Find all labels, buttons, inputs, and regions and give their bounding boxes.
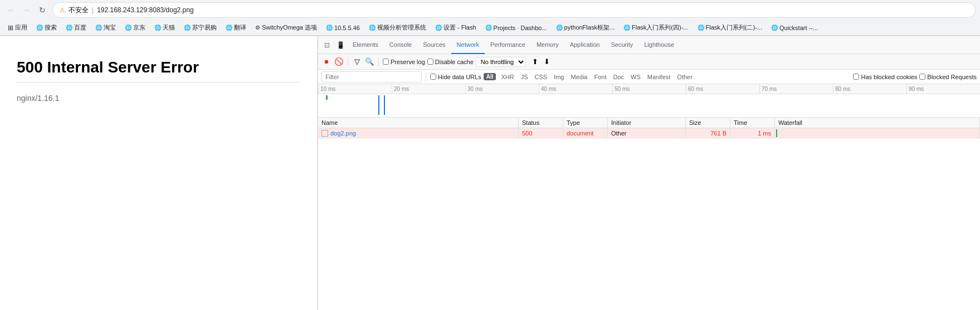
bookmark-search[interactable]: 🌐 搜索 [33, 22, 60, 33]
th-status[interactable]: Status [519, 118, 563, 128]
timeline-ruler: 10 ms 20 ms 30 ms 40 ms 50 ms 60 ms 70 m… [318, 84, 980, 94]
th-time[interactable]: Time [730, 118, 775, 128]
disable-cache-label[interactable]: Disable cache [427, 59, 474, 65]
all-badge: All [484, 73, 496, 80]
timeline-blue-bar-2 [384, 95, 385, 115]
bookmark-projects[interactable]: 🌐 Projects · Dashbo... [482, 23, 550, 32]
ruler-mark-10: 10 ms [318, 84, 392, 94]
upload-icon[interactable]: ⬆ [530, 57, 540, 67]
filter-icon[interactable]: ▽ [352, 57, 362, 67]
th-size[interactable]: Size [686, 118, 730, 128]
bookmark-flask1[interactable]: 🌐 pythonFlask框架... [553, 22, 618, 33]
hide-data-urls-label[interactable]: Hide data URLs [430, 74, 481, 80]
bookmark-suning[interactable]: 🌐 苏宁易购 [181, 22, 220, 33]
bookmark-flash[interactable]: 🌐 设置 - Flash [432, 22, 480, 33]
bookmark-jd[interactable]: 🌐 京东 [121, 22, 149, 33]
error-subtitle: nginx/1.16.1 [17, 94, 300, 103]
td-size: 761 B [686, 128, 730, 138]
page-content: 500 Internal Server Error nginx/1.16.1 [0, 36, 318, 310]
forward-button[interactable]: → [20, 3, 33, 17]
tab-lighthouse[interactable]: Lighthouse [638, 36, 680, 54]
stop-button[interactable]: 🚫 [334, 57, 344, 67]
type-btn-ws[interactable]: WS [628, 73, 643, 81]
tab-memory[interactable]: Memory [531, 36, 564, 54]
browser-toolbar: ← → ↻ ⚠ 不安全 | 192.168.243.129:8083/dog2.… [0, 0, 980, 20]
table-row[interactable]: dog2.png 500 document Other 761 B 1 ms [318, 128, 980, 139]
devtools-device-icon[interactable]: 📱 [334, 38, 347, 52]
td-waterfall [775, 128, 980, 138]
td-status: 500 [519, 128, 563, 138]
reload-button[interactable]: ↻ [36, 3, 49, 17]
bookmark-flask4[interactable]: 🌐 Flask入门系列(四)-... [620, 22, 691, 33]
disable-cache-checkbox[interactable] [427, 59, 433, 65]
type-btn-img[interactable]: Img [551, 73, 567, 81]
address-text: 192.168.243.129:8083/dog2.png [97, 6, 194, 14]
filter-separator [426, 72, 426, 81]
preserve-log-checkbox[interactable] [383, 59, 389, 65]
bookmark-tianmao[interactable]: 🌐 天猫 [151, 22, 178, 33]
tab-elements[interactable]: Elements [347, 36, 384, 54]
tab-network[interactable]: Network [451, 36, 485, 54]
tab-console[interactable]: Console [384, 36, 417, 54]
devtools-tabs-bar: ⊡ 📱 Elements Console Sources Network Per… [318, 36, 980, 54]
td-name[interactable]: dog2.png [318, 128, 519, 138]
bookmark-baidu[interactable]: 🌐 百度 [62, 22, 90, 33]
search-icon[interactable]: 🔍 [364, 57, 374, 67]
address-bar[interactable]: ⚠ 不安全 | 192.168.243.129:8083/dog2.png [52, 2, 976, 18]
network-table: Name Status Type Initiator Size Time Wat… [318, 118, 980, 310]
bookmark-quickstart[interactable]: 🌐 Quickstart --... [768, 23, 821, 32]
type-btn-manifest[interactable]: Manifest [645, 73, 674, 81]
ruler-mark-60: 60 ms [686, 84, 759, 94]
bookmark-apps[interactable]: ⊞ 应用 [4, 22, 31, 33]
has-blocked-cookies-label[interactable]: Has blocked cookies [853, 74, 917, 80]
timeline-area[interactable]: 10 ms 20 ms 30 ms 40 ms 50 ms 60 ms 70 m… [318, 84, 980, 118]
bookmark-taobao[interactable]: 🌐 淘宝 [92, 22, 119, 33]
has-blocked-cookies-checkbox[interactable] [853, 74, 859, 80]
bookmark-label: 设置 - Flash [443, 23, 476, 32]
type-btn-xhr[interactable]: XHR [498, 73, 516, 81]
bookmark-switchyomega[interactable]: ⚙ SwitchyOmega 选项 [252, 22, 320, 33]
toolbar-separator-2 [378, 57, 379, 66]
devtools-cursor-icon[interactable]: ⊡ [320, 38, 334, 52]
throttling-select[interactable]: No throttling [476, 57, 526, 67]
error-title: 500 Internal Server Error [17, 59, 300, 83]
blocked-requests-label[interactable]: Blocked Requests [919, 74, 977, 80]
th-waterfall[interactable]: Waterfall [775, 118, 980, 128]
bookmark-video[interactable]: 🌐 视频分析管理系统 [365, 22, 430, 33]
type-btn-css[interactable]: CSS [532, 73, 550, 81]
ruler-mark-80: 80 ms [833, 84, 906, 94]
ruler-mark-40: 40 ms [539, 84, 612, 94]
tab-performance[interactable]: Performance [485, 36, 531, 54]
type-btn-media[interactable]: Media [568, 73, 590, 81]
tab-sources[interactable]: Sources [417, 36, 451, 54]
devtools-panel: ⊡ 📱 Elements Console Sources Network Per… [318, 36, 980, 310]
tab-security[interactable]: Security [605, 36, 638, 54]
ruler-mark-50: 50 ms [612, 84, 686, 94]
file-icon [321, 130, 328, 137]
disable-cache-text: Disable cache [435, 59, 474, 65]
td-initiator: Other [608, 128, 686, 138]
download-icon[interactable]: ⬇ [542, 57, 552, 67]
browser-chrome: ← → ↻ ⚠ 不安全 | 192.168.243.129:8083/dog2.… [0, 0, 980, 36]
filename-text: dog2.png [330, 130, 356, 137]
security-label: 不安全 [69, 6, 89, 15]
blocked-requests-checkbox[interactable] [919, 74, 925, 80]
back-button[interactable]: ← [4, 3, 18, 17]
preserve-log-label[interactable]: Preserve log [383, 59, 425, 65]
tab-application[interactable]: Application [564, 36, 606, 54]
th-name[interactable]: Name [318, 118, 519, 128]
bookmark-ip[interactable]: 🌐 10.5.5.46 [323, 23, 363, 32]
timeline-green-bar [326, 95, 328, 100]
type-btn-other[interactable]: Other [674, 73, 695, 81]
record-button[interactable]: ⏺ [321, 57, 331, 67]
type-btn-js[interactable]: JS [518, 73, 531, 81]
type-buttons: XHR JS CSS Img Media Font Doc WS Manifes… [498, 73, 695, 81]
type-btn-font[interactable]: Font [591, 73, 609, 81]
th-type[interactable]: Type [563, 118, 608, 128]
bookmark-translate[interactable]: 🌐 翻译 [222, 22, 250, 33]
hide-data-urls-checkbox[interactable] [430, 74, 436, 80]
type-btn-doc[interactable]: Doc [610, 73, 627, 81]
bookmark-flask2[interactable]: 🌐 Flask入门系列(二)-... [694, 22, 766, 33]
th-initiator[interactable]: Initiator [608, 118, 686, 128]
filter-input[interactable] [321, 71, 422, 83]
